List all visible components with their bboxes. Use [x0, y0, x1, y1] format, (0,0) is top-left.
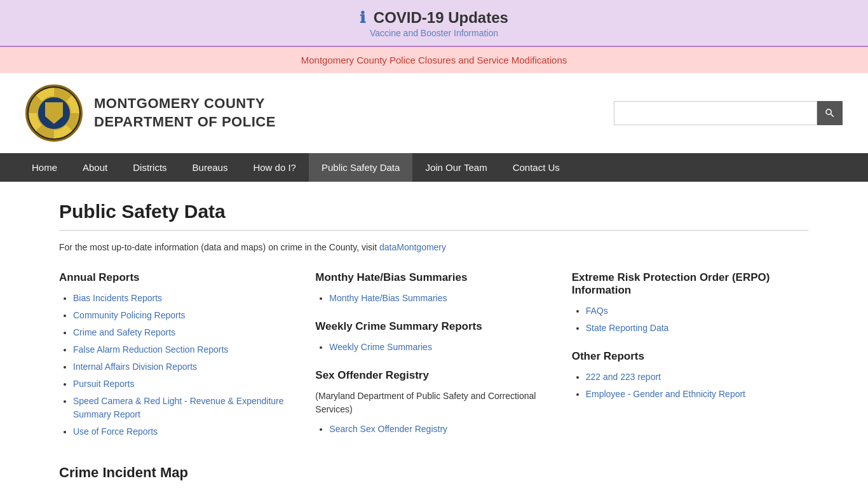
- nav-about[interactable]: About: [70, 153, 120, 182]
- crime-incident-map-heading: Crime Incident Map: [59, 464, 809, 481]
- covid-title: ℹ COVID-19 Updates: [13, 9, 855, 27]
- shield-icon: [45, 102, 63, 124]
- col3-sections: Extreme Risk Protection Order (ERPO) Inf…: [572, 271, 809, 405]
- false-alarm-link[interactable]: False Alarm Reduction Section Reports: [73, 344, 228, 355]
- erpo-list: FAQs State Reporting Data: [572, 304, 809, 335]
- closures-banner: Montgomery County Police Closures and Se…: [0, 47, 868, 73]
- list-item: False Alarm Reduction Section Reports: [73, 343, 296, 356]
- nav-home[interactable]: Home: [19, 153, 70, 182]
- community-policing-link[interactable]: Community Policing Reports: [73, 310, 186, 320]
- list-item: FAQs: [586, 304, 809, 318]
- weekly-crime-link[interactable]: Weekly Crime Summaries: [329, 342, 432, 352]
- data-montgomery-link[interactable]: dataMontgomery: [379, 242, 446, 252]
- crime-safety-link[interactable]: Crime and Safety Reports: [73, 327, 175, 337]
- hate-bias-list: Monthy Hate/Bias Summaries: [315, 292, 552, 305]
- state-reporting-link[interactable]: State Reporting Data: [586, 323, 669, 333]
- list-item: Crime and Safety Reports: [73, 326, 296, 339]
- weekly-crime-list: Weekly Crime Summaries: [315, 341, 552, 354]
- content-columns: Annual Reports Bias Incidents Reports Co…: [59, 271, 809, 442]
- list-item: Use of Force Reports: [73, 425, 296, 438]
- main-content: Public Safety Data For the most up-to-da…: [34, 182, 834, 488]
- other-reports-heading: Other Reports: [572, 350, 809, 363]
- nav-join-our-team[interactable]: Join Our Team: [412, 153, 499, 182]
- list-item: Pursuit Reports: [73, 377, 296, 391]
- sex-offender-section: Sex Offender Registry (Maryland Departme…: [315, 369, 552, 436]
- sex-offender-heading: Sex Offender Registry: [315, 369, 552, 382]
- search-form: [614, 101, 843, 125]
- nav-districts[interactable]: Districts: [120, 153, 179, 182]
- bias-incidents-link[interactable]: Bias Incidents Reports: [73, 293, 162, 303]
- report-222-223-link[interactable]: 222 and 223 report: [586, 372, 661, 382]
- use-of-force-link[interactable]: Use of Force Reports: [73, 426, 158, 437]
- page-title: Public Safety Data: [59, 201, 809, 231]
- closures-link[interactable]: Montgomery County Police Closures and Se…: [301, 55, 567, 65]
- sex-offender-list: Search Sex Offender Registry: [315, 423, 552, 436]
- info-icon: ℹ: [360, 9, 365, 26]
- list-item: Employee - Gender and Ethnicity Report: [586, 388, 809, 401]
- other-reports-section: Other Reports 222 and 223 report Employe…: [572, 350, 809, 401]
- list-item: Community Policing Reports: [73, 309, 296, 322]
- list-item: Search Sex Offender Registry: [329, 423, 552, 436]
- list-item: Speed Camera & Red Light - Revenue & Exp…: [73, 395, 296, 421]
- erpo-heading: Extreme Risk Protection Order (ERPO) Inf…: [572, 271, 809, 297]
- weekly-crime-heading: Weekly Crime Summary Reports: [315, 320, 552, 333]
- covid-subtitle: Vaccine and Booster Information: [13, 28, 855, 38]
- site-header: MONTGOMERY COUNTY DEPARTMENT OF POLICE: [0, 73, 868, 153]
- annual-reports-list: Bias Incidents Reports Community Policin…: [59, 292, 296, 438]
- list-item: Weekly Crime Summaries: [329, 341, 552, 354]
- other-reports-list: 222 and 223 report Employee - Gender and…: [572, 370, 809, 401]
- search-input[interactable]: [614, 101, 817, 125]
- erpo-section: Extreme Risk Protection Order (ERPO) Inf…: [572, 271, 809, 335]
- col2-sections: Monthy Hate/Bias Summaries Monthy Hate/B…: [315, 271, 552, 440]
- main-nav: Home About Districts Bureaus How do I? P…: [0, 153, 868, 182]
- org-name: MONTGOMERY COUNTY DEPARTMENT OF POLICE: [94, 95, 276, 131]
- speed-camera-link[interactable]: Speed Camera & Red Light - Revenue & Exp…: [73, 396, 284, 419]
- nav-public-safety-data[interactable]: Public Safety Data: [309, 153, 412, 182]
- search-button[interactable]: [817, 101, 843, 125]
- sex-offender-search-link[interactable]: Search Sex Offender Registry: [329, 424, 447, 434]
- list-item: Internal Affairs Division Reports: [73, 360, 296, 374]
- hate-bias-heading: Monthy Hate/Bias Summaries: [315, 271, 552, 284]
- weekly-crime-section: Weekly Crime Summary Reports Weekly Crim…: [315, 320, 552, 354]
- nav-contact-us[interactable]: Contact Us: [500, 153, 573, 182]
- annual-reports-section: Annual Reports Bias Incidents Reports Co…: [59, 271, 296, 442]
- hate-bias-section: Monthy Hate/Bias Summaries Monthy Hate/B…: [315, 271, 552, 305]
- logo-seal: [25, 85, 83, 142]
- site-logo: MONTGOMERY COUNTY DEPARTMENT OF POLICE: [25, 85, 276, 142]
- nav-how-do-i[interactable]: How do I?: [240, 153, 309, 182]
- internal-affairs-link[interactable]: Internal Affairs Division Reports: [73, 362, 197, 372]
- pursuit-reports-link[interactable]: Pursuit Reports: [73, 379, 134, 389]
- list-item: 222 and 223 report: [586, 370, 809, 384]
- list-item: Bias Incidents Reports: [73, 292, 296, 305]
- sex-offender-description: (Maryland Department of Public Safety an…: [315, 390, 552, 416]
- search-icon: [824, 107, 836, 119]
- covid-banner: ℹ COVID-19 Updates Vaccine and Booster I…: [0, 0, 868, 47]
- nav-bureaus[interactable]: Bureaus: [180, 153, 241, 182]
- annual-reports-heading: Annual Reports: [59, 271, 296, 284]
- hate-bias-link[interactable]: Monthy Hate/Bias Summaries: [329, 293, 447, 303]
- faqs-link[interactable]: FAQs: [586, 306, 608, 316]
- list-item: Monthy Hate/Bias Summaries: [329, 292, 552, 305]
- employee-gender-link[interactable]: Employee - Gender and Ethnicity Report: [586, 389, 745, 399]
- list-item: State Reporting Data: [586, 322, 809, 335]
- intro-text: For the most up-to-date information (dat…: [59, 242, 809, 252]
